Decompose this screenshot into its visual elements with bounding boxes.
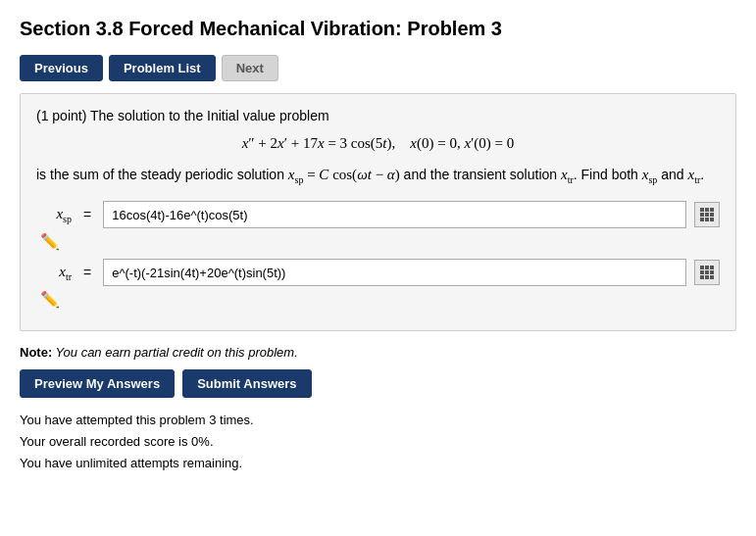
svg-rect-17 <box>710 275 714 279</box>
xtr-row: xtr = <box>36 259 720 286</box>
svg-rect-2 <box>710 208 714 212</box>
svg-rect-14 <box>710 270 714 274</box>
xtr-label: xtr <box>36 264 72 282</box>
intro-text: The solution to the Initial value proble… <box>90 108 329 123</box>
svg-rect-8 <box>710 218 714 221</box>
svg-rect-11 <box>710 266 714 269</box>
nav-bar: Previous Problem List Next <box>20 55 736 81</box>
problem-list-button[interactable]: Problem List <box>109 55 216 81</box>
problem-intro: (1 point) The solution to the Initial va… <box>36 108 720 123</box>
xsp-row: xsp = <box>36 201 720 228</box>
points-label: (1 point) <box>36 108 86 123</box>
svg-rect-15 <box>700 275 704 279</box>
attempt-line3: You have unlimited attempts remaining. <box>20 453 736 474</box>
preview-button[interactable]: Preview My Answers <box>20 369 175 398</box>
previous-button[interactable]: Previous <box>20 55 103 81</box>
svg-rect-5 <box>710 213 714 217</box>
xtr-grid-icon[interactable] <box>694 260 720 285</box>
svg-rect-9 <box>700 266 704 269</box>
svg-rect-7 <box>705 218 709 221</box>
problem-container: (1 point) The solution to the Initial va… <box>20 93 736 331</box>
xsp-equals: = <box>83 207 91 222</box>
xtr-input[interactable] <box>103 259 686 286</box>
svg-rect-16 <box>705 275 709 279</box>
attempt-info: You have attempted this problem 3 times.… <box>20 410 736 474</box>
svg-rect-13 <box>705 270 709 274</box>
note-label: Note: <box>20 345 52 360</box>
xtr-equals: = <box>83 265 91 280</box>
problem-description: is the sum of the steady periodic soluti… <box>36 164 720 187</box>
xsp-pencil-icon[interactable]: ✏️ <box>40 232 60 251</box>
note-container: Note: You can earn partial credit on thi… <box>20 345 736 360</box>
next-button[interactable]: Next <box>222 55 278 81</box>
svg-rect-12 <box>700 270 704 274</box>
svg-rect-4 <box>705 213 709 217</box>
attempt-line2: Your overall recorded score is 0%. <box>20 431 736 453</box>
xtr-pencil-icon[interactable]: ✏️ <box>40 290 60 309</box>
attempt-line1: You have attempted this problem 3 times. <box>20 410 736 431</box>
main-equation: x″ + 2x′ + 17x = 3 cos(5t), x(0) = 0, x′… <box>36 135 720 152</box>
svg-rect-3 <box>700 213 704 217</box>
xsp-label: xsp <box>36 206 72 224</box>
xsp-input[interactable] <box>103 201 686 228</box>
svg-rect-0 <box>700 208 704 212</box>
svg-rect-6 <box>700 218 704 221</box>
svg-rect-10 <box>705 266 709 269</box>
submit-button[interactable]: Submit Answers <box>182 369 311 398</box>
svg-rect-1 <box>705 208 709 212</box>
xsp-grid-icon[interactable] <box>694 202 720 227</box>
action-buttons: Preview My Answers Submit Answers <box>20 369 736 398</box>
note-content: You can earn partial credit on this prob… <box>56 345 298 360</box>
page-title: Section 3.8 Forced Mechanical Vibration:… <box>20 16 736 41</box>
